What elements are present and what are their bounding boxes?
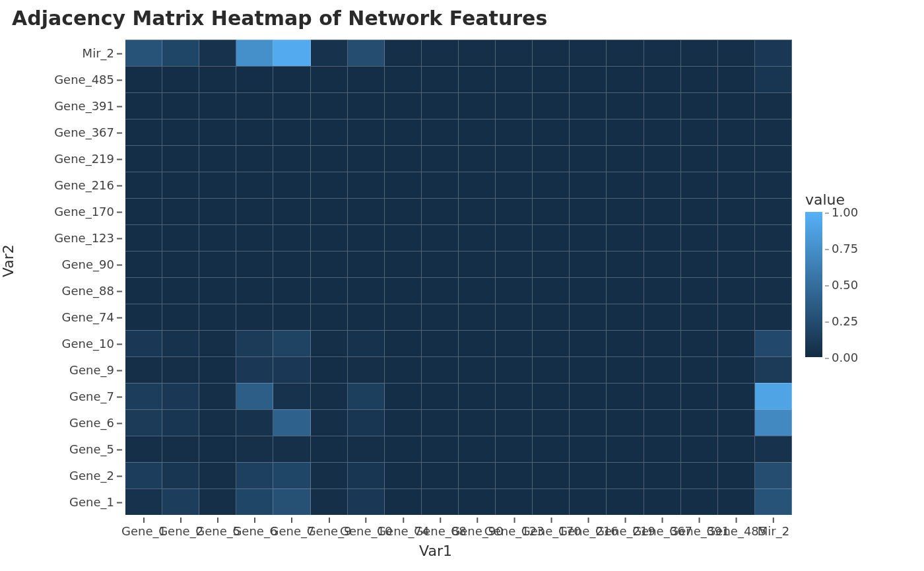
heatmap-cell [311, 462, 348, 488]
heatmap-cell [755, 66, 792, 92]
heatmap-cell [681, 277, 718, 304]
heatmap-cell [273, 436, 310, 462]
heatmap-cell [496, 224, 533, 251]
heatmap-cell [607, 436, 644, 462]
heatmap-cell [125, 66, 162, 92]
heatmap-cell [385, 277, 422, 304]
heatmap-cell [718, 198, 755, 224]
heatmap-cell [348, 198, 385, 224]
heatmap-cell [236, 356, 273, 383]
heatmap-cell [718, 251, 755, 277]
y-tick-label: Gene_74 [62, 310, 122, 324]
heatmap-cell [644, 462, 681, 488]
heatmap-cell [273, 356, 310, 383]
heatmap-cell [459, 462, 496, 488]
heatmap-cell [348, 436, 385, 462]
heatmap-cell [348, 92, 385, 119]
heatmap-cell [607, 251, 644, 277]
y-tick-label: Gene_391 [54, 99, 122, 113]
heatmap-cell [273, 92, 310, 119]
heatmap-cell [199, 304, 236, 330]
heatmap-cell [422, 172, 459, 198]
heatmap-cell [422, 66, 459, 92]
heatmap-cell [125, 488, 162, 515]
heatmap-cell [236, 330, 273, 356]
heatmap-cell [533, 40, 570, 66]
heatmap-cell [273, 462, 310, 488]
heatmap-cell [570, 145, 607, 172]
heatmap-cell [348, 224, 385, 251]
heatmap-cell [348, 119, 385, 145]
heatmap-cell [273, 145, 310, 172]
heatmap-cell [125, 145, 162, 172]
heatmap-cell [162, 172, 199, 198]
legend-colorbar [805, 212, 822, 357]
heatmap-cell [125, 383, 162, 409]
heatmap-cell [607, 277, 644, 304]
heatmap-cell [755, 198, 792, 224]
heatmap-cell [125, 92, 162, 119]
heatmap-cell [162, 356, 199, 383]
y-tick-label: Gene_88 [62, 284, 122, 298]
heatmap-cell [681, 409, 718, 436]
heatmap-cell [533, 383, 570, 409]
heatmap-cell [125, 224, 162, 251]
heatmap-cell [125, 409, 162, 436]
heatmap-cell [496, 436, 533, 462]
heatmap-cell [162, 119, 199, 145]
heatmap-cell [459, 488, 496, 515]
heatmap-cell [755, 145, 792, 172]
heatmap-cell [644, 92, 681, 119]
heatmap-cell [199, 66, 236, 92]
heatmap-cell [162, 409, 199, 436]
heatmap-cell [718, 330, 755, 356]
heatmap-cell [644, 198, 681, 224]
heatmap-cell [533, 330, 570, 356]
heatmap-cell [199, 409, 236, 436]
heatmap-cell [681, 198, 718, 224]
heatmap-cell [385, 304, 422, 330]
heatmap-cell [496, 66, 533, 92]
heatmap-cell [755, 224, 792, 251]
heatmap-cell [681, 356, 718, 383]
heatmap-cell [496, 145, 533, 172]
heatmap-cell [125, 462, 162, 488]
heatmap-cell [422, 251, 459, 277]
heatmap-cell [533, 277, 570, 304]
x-tick-label: Mir_2 [758, 518, 789, 538]
heatmap-cell [385, 488, 422, 515]
heatmap-cell [644, 224, 681, 251]
heatmap-cell [755, 304, 792, 330]
heatmap-cell [236, 277, 273, 304]
heatmap-cell [533, 92, 570, 119]
heatmap-cell [607, 66, 644, 92]
heatmap-cell [311, 251, 348, 277]
heatmap-cell [236, 145, 273, 172]
heatmap-cell [570, 251, 607, 277]
heatmap-cell [533, 436, 570, 462]
heatmap-cell [311, 145, 348, 172]
heatmap-cell [533, 66, 570, 92]
heatmap-cell [681, 66, 718, 92]
heatmap-cell [273, 66, 310, 92]
heatmap-cell [644, 145, 681, 172]
heatmap-cell [718, 40, 755, 66]
heatmap-cell [348, 172, 385, 198]
heatmap-cell [125, 40, 162, 66]
heatmap-cell [607, 145, 644, 172]
heatmap-cell [570, 172, 607, 198]
heatmap-cell [125, 330, 162, 356]
heatmap-cell [311, 224, 348, 251]
heatmap-grid [125, 40, 792, 515]
heatmap-cell [496, 330, 533, 356]
heatmap-cell [422, 304, 459, 330]
y-tick-label: Gene_2 [69, 469, 122, 483]
heatmap-cell [681, 145, 718, 172]
heatmap-cell [311, 383, 348, 409]
heatmap-cell [496, 40, 533, 66]
heatmap-cell [162, 92, 199, 119]
heatmap-cell [348, 462, 385, 488]
legend-body: 0.000.250.500.751.00 [805, 212, 911, 357]
heatmap-cell [422, 119, 459, 145]
heatmap-cell [570, 92, 607, 119]
